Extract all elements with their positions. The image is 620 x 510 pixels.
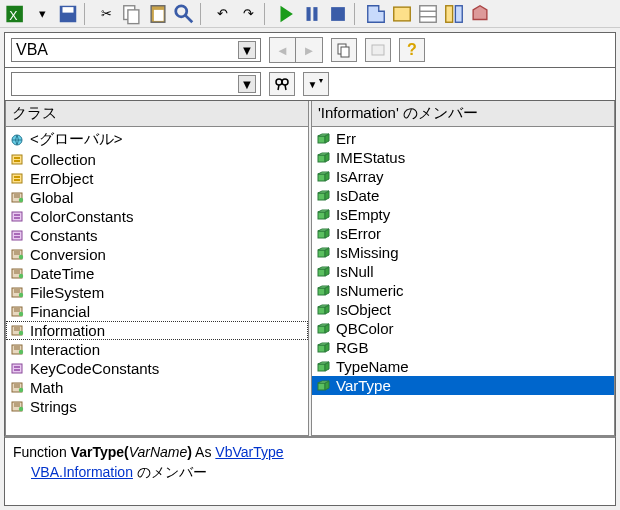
toolbox-icon[interactable] (468, 3, 492, 25)
member-item[interactable]: IsArray (312, 167, 614, 186)
class-item-label: DateTime (30, 265, 94, 282)
chevron-down-icon[interactable]: ▼ (238, 41, 256, 59)
class-item[interactable]: ColorConstants (6, 207, 308, 226)
view-definition-button[interactable] (365, 38, 391, 62)
class-item[interactable]: Global (6, 188, 308, 207)
method-icon (316, 246, 332, 260)
member-item[interactable]: IsObject (312, 300, 614, 319)
method-icon (316, 322, 332, 336)
classes-header: クラス (6, 101, 308, 127)
member-item[interactable]: IsEmpty (312, 205, 614, 224)
const-icon (10, 229, 26, 243)
class-icon (10, 172, 26, 186)
svg-rect-81 (318, 136, 325, 143)
module-icon (10, 343, 26, 357)
class-item-label: Math (30, 379, 63, 396)
nav-back-button[interactable]: ◄ (270, 38, 296, 62)
svg-rect-16 (420, 5, 437, 22)
member-item-label: IsEmpty (336, 206, 390, 223)
svg-rect-93 (318, 364, 325, 371)
member-item[interactable]: QBColor (312, 319, 614, 338)
svg-rect-89 (318, 288, 325, 295)
class-item[interactable]: Math (6, 378, 308, 397)
chevron-down-icon[interactable]: ▼ (238, 75, 256, 93)
member-item[interactable]: IsNumeric (312, 281, 614, 300)
member-item-label: TypeName (336, 358, 409, 375)
help-button[interactable]: ? (399, 38, 425, 62)
class-item[interactable]: <グローバル> (6, 129, 308, 150)
object-browser-icon[interactable] (442, 3, 466, 25)
module-icon (10, 286, 26, 300)
svg-rect-84 (318, 193, 325, 200)
method-icon (316, 170, 332, 184)
svg-point-80 (19, 406, 23, 410)
svg-rect-82 (318, 155, 325, 162)
class-item[interactable]: Information (6, 321, 308, 340)
method-icon (316, 151, 332, 165)
svg-rect-7 (154, 9, 164, 20)
copy-icon[interactable] (120, 3, 144, 25)
redo-icon[interactable]: ↷ (236, 3, 260, 25)
detail-pane: Function VarType(VarName) As VbVarType V… (4, 436, 616, 506)
class-item[interactable]: DateTime (6, 264, 308, 283)
module-icon (10, 267, 26, 281)
svg-rect-44 (14, 233, 20, 235)
project-icon[interactable] (390, 3, 414, 25)
copy-clipboard-button[interactable] (331, 38, 357, 62)
search-combo[interactable]: ▼ (11, 72, 261, 96)
member-item[interactable]: TypeName (312, 357, 614, 376)
design-icon[interactable] (364, 3, 388, 25)
members-pane: 'Information' のメンバー ErrIMEStatusIsArrayI… (311, 101, 615, 436)
member-item-label: IsDate (336, 187, 379, 204)
find-icon[interactable] (172, 3, 196, 25)
svg-point-24 (276, 79, 282, 85)
excel-icon[interactable]: X (4, 3, 28, 25)
detail-prefix: Function (13, 444, 71, 460)
library-combo[interactable]: VBA ▼ (11, 38, 261, 62)
svg-point-61 (19, 311, 23, 315)
return-type-link[interactable]: VbVarType (215, 444, 283, 460)
svg-rect-40 (12, 212, 22, 221)
undo-icon[interactable]: ↶ (210, 3, 234, 25)
member-item[interactable]: IsNull (312, 262, 614, 281)
class-item[interactable]: Strings (6, 397, 308, 416)
class-item[interactable]: Constants (6, 226, 308, 245)
member-item[interactable]: VarType (312, 376, 614, 395)
module-icon (10, 381, 26, 395)
member-item[interactable]: IsMissing (312, 243, 614, 262)
panes: クラス <グローバル>CollectionErrObjectGlobalColo… (4, 101, 616, 436)
svg-rect-23 (372, 45, 384, 55)
properties-icon[interactable] (416, 3, 440, 25)
svg-rect-5 (128, 9, 139, 23)
svg-point-39 (19, 197, 23, 201)
svg-rect-12 (313, 7, 317, 21)
svg-rect-19 (446, 5, 453, 22)
save-icon[interactable] (56, 3, 80, 25)
paste-icon[interactable] (146, 3, 170, 25)
class-item[interactable]: Conversion (6, 245, 308, 264)
classes-list[interactable]: <グローバル>CollectionErrObjectGlobalColorCon… (6, 127, 308, 435)
member-item[interactable]: IMEStatus (312, 148, 614, 167)
search-button[interactable] (269, 72, 295, 96)
class-item[interactable]: ErrObject (6, 169, 308, 188)
member-item[interactable]: RGB (312, 338, 614, 357)
pause-icon[interactable] (300, 3, 324, 25)
parent-link[interactable]: VBA.Information (31, 464, 133, 480)
class-item[interactable]: FileSystem (6, 283, 308, 302)
stop-icon[interactable] (326, 3, 350, 25)
show-search-results-button[interactable]: ▼▼ (303, 72, 329, 96)
svg-line-9 (185, 15, 192, 22)
class-item[interactable]: Interaction (6, 340, 308, 359)
svg-rect-70 (12, 364, 22, 373)
members-list[interactable]: ErrIMEStatusIsArrayIsDateIsEmptyIsErrorI… (312, 127, 614, 435)
class-item[interactable]: KeyCodeConstants (6, 359, 308, 378)
member-item[interactable]: IsDate (312, 186, 614, 205)
cut-icon[interactable]: ✂ (94, 3, 118, 25)
member-item[interactable]: Err (312, 129, 614, 148)
dropdown-icon[interactable]: ▾ (30, 3, 54, 25)
run-icon[interactable] (274, 3, 298, 25)
class-item[interactable]: Financial (6, 302, 308, 321)
nav-forward-button[interactable]: ► (296, 38, 322, 62)
member-item[interactable]: IsError (312, 224, 614, 243)
class-item[interactable]: Collection (6, 150, 308, 169)
